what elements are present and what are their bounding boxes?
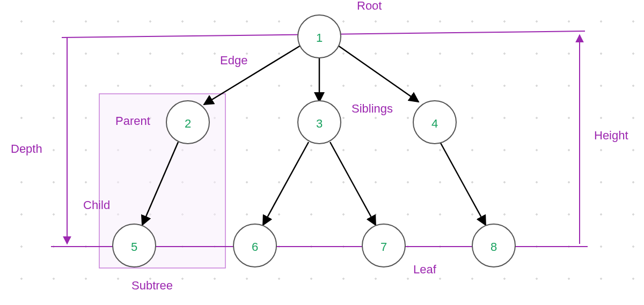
leaf-label: Leaf [413,263,437,276]
edge-3-7 [330,142,376,225]
node-4-label: 4 [431,117,438,130]
node-8-label: 8 [491,240,497,254]
node-1-label: 1 [316,31,323,44]
depth-label: Depth [11,142,42,155]
node-3-label: 3 [316,117,323,130]
child-label: Child [83,198,110,212]
node-1: 1 [298,15,341,58]
node-4: 4 [413,101,456,144]
node-7: 7 [362,224,405,267]
node-8: 8 [472,224,515,267]
edge-1-4 [338,46,419,102]
tree-diagram: 1 2 3 4 5 6 7 8 Root Edge Parent Sibling… [0,0,644,305]
node-2: 2 [166,101,209,144]
node-2-label: 2 [185,117,191,130]
node-7-label: 7 [380,240,387,254]
node-6-label: 6 [252,240,258,254]
parent-label: Parent [115,114,150,128]
edge-1-2 [204,46,301,105]
root-label: Root [357,0,382,12]
edge-3-6 [263,142,309,225]
node-6: 6 [233,224,276,267]
node-5-label: 5 [131,240,137,254]
height-label: Height [594,129,628,142]
node-3: 3 [298,101,341,144]
edge-label: Edge [220,54,247,67]
siblings-label: Siblings [352,102,393,115]
node-5: 5 [113,224,156,267]
subtree-label: Subtree [131,279,173,292]
edge-4-8 [440,142,486,225]
